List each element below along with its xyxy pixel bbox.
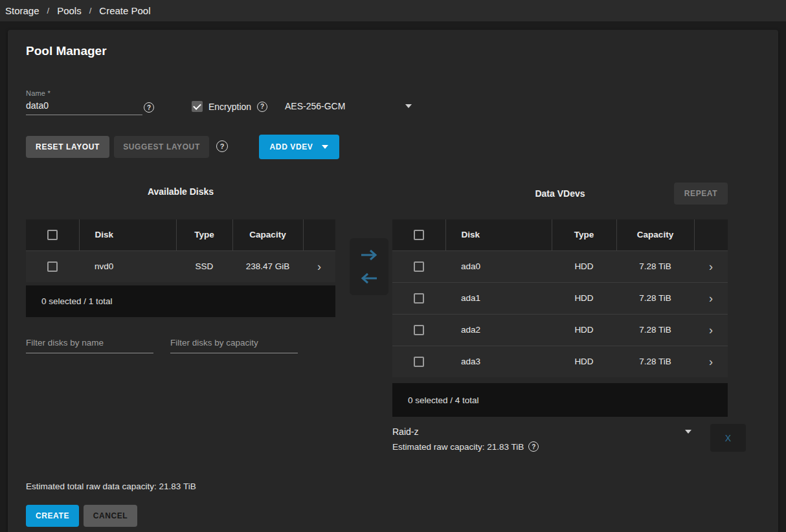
data-vdevs-header: Data VDevs REPEAT <box>392 183 728 205</box>
row-checkbox[interactable] <box>47 261 58 272</box>
row-checkbox[interactable] <box>414 293 424 304</box>
disk-name-cell: ada0 <box>445 250 552 282</box>
column-header-type: Type <box>552 219 616 250</box>
available-disks-summary: 0 selected / 1 total <box>26 285 335 317</box>
row-checkbox[interactable] <box>414 261 424 272</box>
suggest-layout-help-icon[interactable]: ? <box>216 140 228 152</box>
row-expand-icon[interactable]: › <box>709 355 713 368</box>
encryption-checkbox[interactable] <box>192 101 203 112</box>
disk-filters <box>26 335 298 353</box>
add-vdev-button[interactable]: ADD VDEV <box>259 135 339 159</box>
estimated-raw-capacity-text: Estimated raw capacity: 21.83 TiB <box>392 442 524 452</box>
encryption-label: Encryption <box>208 102 251 112</box>
estimated-total-capacity: Estimated total raw data capacity: 21.83… <box>26 482 196 491</box>
cipher-select-value: AES-256-GCM <box>285 101 345 111</box>
pool-manager-card: Pool Manager Name * ? Encryption ? AES-2… <box>8 30 778 532</box>
remove-vdev-button[interactable]: X <box>710 424 746 452</box>
table-row: nvd0 SSD 238.47 GiB › <box>26 250 335 282</box>
column-header-capacity: Capacity <box>616 219 694 250</box>
page-title: Pool Manager <box>26 44 107 58</box>
move-right-arrow-icon[interactable] <box>359 247 379 263</box>
raid-type-select[interactable]: Raid-z <box>392 424 691 439</box>
disk-name-cell: nvd0 <box>79 250 176 282</box>
filter-by-name-input[interactable] <box>26 335 153 353</box>
table-header-row: Disk Type Capacity <box>392 219 728 250</box>
filter-by-capacity-input[interactable] <box>170 335 298 353</box>
table-header-row: Disk Type Capacity <box>26 219 335 250</box>
chevron-down-icon <box>685 430 691 434</box>
table-row: ada2 HDD 7.28 TiB › <box>392 314 728 346</box>
disk-name-cell: ada3 <box>445 346 552 377</box>
row-checkbox[interactable] <box>414 325 424 335</box>
row-expand-icon[interactable]: › <box>709 324 713 337</box>
column-header-disk: Disk <box>445 219 552 250</box>
chevron-down-icon <box>405 104 412 108</box>
repeat-button[interactable]: REPEAT <box>674 183 728 205</box>
disk-capacity-cell: 7.28 TiB <box>616 250 694 282</box>
transfer-arrows-panel <box>350 238 388 295</box>
column-header-disk: Disk <box>79 219 176 250</box>
disk-capacity-cell: 7.28 TiB <box>616 314 694 346</box>
data-vdevs-table: Disk Type Capacity ada0 HDD 7.28 TiB › a… <box>392 219 728 377</box>
table-row: ada1 HDD 7.28 TiB › <box>392 282 728 314</box>
breadcrumb-create-pool: Create Pool <box>99 5 150 16</box>
disk-capacity-cell: 7.28 TiB <box>616 346 694 377</box>
data-vdevs-title: Data VDevs <box>446 188 674 199</box>
breadcrumb-pools[interactable]: Pools <box>57 5 82 16</box>
column-header-type: Type <box>176 219 232 250</box>
disk-type-cell: HDD <box>552 282 616 314</box>
encryption-group: Encryption ? <box>192 101 267 112</box>
disk-name-cell: ada2 <box>445 314 552 346</box>
cipher-select[interactable]: AES-256-GCM <box>285 101 412 111</box>
table-row: ada0 HDD 7.28 TiB › <box>392 250 728 282</box>
suggest-layout-button[interactable]: SUGGEST LAYOUT <box>114 136 209 158</box>
add-vdev-label: ADD VDEV <box>270 142 313 151</box>
select-all-checkbox[interactable] <box>47 230 58 240</box>
pool-name-label: Name * <box>26 89 142 97</box>
disk-type-cell: HDD <box>552 314 616 346</box>
disk-type-cell: HDD <box>552 346 616 377</box>
raid-type-value: Raid-z <box>392 427 418 437</box>
select-all-checkbox[interactable] <box>414 230 424 240</box>
cancel-button[interactable]: CANCEL <box>84 505 137 527</box>
breadcrumb-storage[interactable]: Storage <box>5 5 39 16</box>
table-row: ada3 HDD 7.28 TiB › <box>392 346 728 377</box>
encryption-help-icon[interactable]: ? <box>257 102 267 112</box>
estimated-raw-capacity: Estimated raw capacity: 21.83 TiB ? <box>392 441 539 452</box>
disk-capacity-cell: 7.28 TiB <box>616 282 694 314</box>
data-vdevs-summary: 0 selected / 4 total <box>392 383 728 417</box>
available-disks-table: Disk Type Capacity nvd0 SSD 238.47 GiB › <box>26 219 335 282</box>
column-header-capacity: Capacity <box>232 219 303 250</box>
disk-type-cell: HDD <box>552 250 616 282</box>
chevron-down-icon <box>322 145 328 149</box>
pool-name-field-group: Name * <box>26 89 142 115</box>
raw-capacity-help-icon[interactable]: ? <box>528 441 539 452</box>
disk-name-cell: ada1 <box>445 282 552 314</box>
row-checkbox[interactable] <box>414 357 424 367</box>
row-expand-icon[interactable]: › <box>317 260 321 273</box>
breadcrumb-separator: / <box>89 6 92 16</box>
move-left-arrow-icon[interactable] <box>359 271 379 286</box>
pool-name-help-icon[interactable]: ? <box>144 102 154 113</box>
breadcrumb: Storage / Pools / Create Pool <box>0 0 786 21</box>
available-disks-title: Available Disks <box>26 186 335 197</box>
pool-name-input[interactable] <box>26 97 142 115</box>
breadcrumb-separator: / <box>47 6 50 16</box>
disk-capacity-cell: 238.47 GiB <box>232 250 303 282</box>
row-expand-icon[interactable]: › <box>709 292 713 305</box>
reset-layout-button[interactable]: RESET LAYOUT <box>26 136 109 158</box>
row-expand-icon[interactable]: › <box>709 260 713 273</box>
create-button[interactable]: CREATE <box>26 505 79 527</box>
disk-type-cell: SSD <box>176 250 232 282</box>
